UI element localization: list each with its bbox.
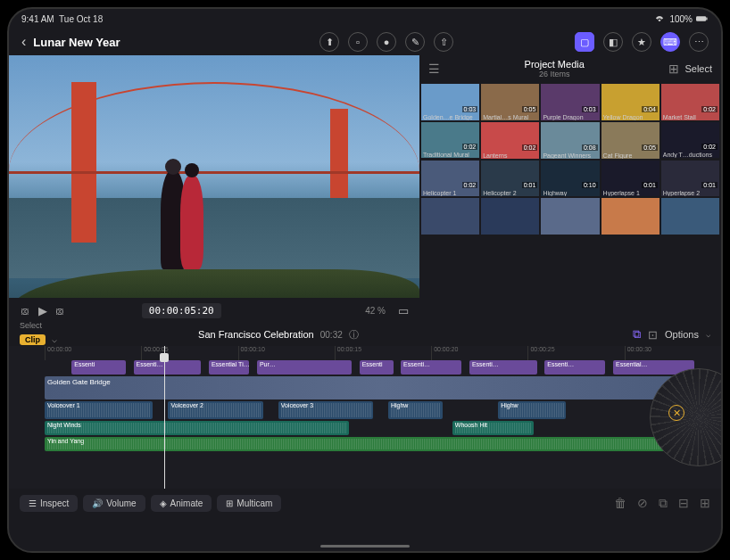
media-title: Project Media <box>440 59 668 70</box>
snap-icon[interactable]: ⊡ <box>648 328 658 342</box>
clip-badge[interactable]: Clip <box>20 334 46 345</box>
timeline[interactable]: 00:00:0000:00:0500:00:1000:00:1500:00:20… <box>9 346 721 489</box>
title-clip[interactable]: Essenti… <box>469 360 537 375</box>
link-icon[interactable]: ⧉ <box>633 327 641 342</box>
media-item[interactable]: 0:08 Pageant Winners <box>541 122 599 159</box>
copy-icon[interactable]: ⧉ <box>659 496 668 511</box>
media-item[interactable]: 0:02 Andy T…ductions <box>661 122 719 159</box>
voiceover-clip[interactable]: Highw <box>498 401 566 419</box>
app-header: ‹ Lunar New Year ⬆ ▫ ● ✎ ⇧ ▢ ◧ ★ ⌨ ⋯ <box>9 29 721 55</box>
audio-track-2[interactable]: Yin and Yang <box>45 437 721 451</box>
media-item[interactable]: 0:05 Martial…s Mural <box>481 84 539 120</box>
keyboard-icon[interactable]: ⌨ <box>660 32 680 52</box>
title-clip[interactable]: Pur… <box>257 360 352 375</box>
voiceover-clip[interactable]: Voiceover 3 <box>278 401 373 419</box>
status-bar: 9:41 AM Tue Oct 18 100% <box>9 9 721 29</box>
media-item[interactable]: 0:01 Hyperlapse 1 <box>601 161 659 197</box>
info-icon[interactable]: ⓘ <box>349 329 359 340</box>
video-clip[interactable]: Golden Gate Bridge <box>45 376 721 399</box>
media-item[interactable] <box>601 198 659 235</box>
next-frame-button[interactable]: ⦻ <box>54 304 66 317</box>
title-clip[interactable]: Essenti… <box>401 360 461 375</box>
sfx-clip[interactable]: Night Winds <box>45 421 349 435</box>
media-menu-icon[interactable]: ☰ <box>428 62 440 76</box>
music-clip[interactable]: Yin and Yang <box>45 437 721 451</box>
media-item[interactable]: 0:02 Market Stall <box>661 84 719 120</box>
title-clip[interactable]: Essential Ti… <box>209 360 249 375</box>
viewer[interactable]: ⦻ ▶ ⦻ 00:00:05:20 42 % ▭ <box>9 55 419 323</box>
markup-icon[interactable]: ✎ <box>405 32 425 52</box>
timeline-ruler[interactable]: 00:00:0000:00:0500:00:1000:00:1500:00:20… <box>9 346 721 360</box>
check-icon[interactable]: ⊘ <box>637 496 648 510</box>
titles-track[interactable]: EssentiEssenti…Essential Ti…Pur…EssentiE… <box>45 360 721 375</box>
audio-track-1[interactable]: Night WindsWhoosh Hit <box>45 421 721 435</box>
sfx-clip[interactable]: Whoosh Hit <box>452 421 534 435</box>
svg-rect-0 <box>696 16 706 21</box>
title-clip[interactable]: Essenti… <box>544 360 605 375</box>
media-grid: 0:03 Golden…e Bridge 0:05 Martial…s Mura… <box>419 82 721 236</box>
media-item[interactable]: 0:10 Highway <box>541 161 599 197</box>
transport-bar: ⦻ ▶ ⦻ 00:00:05:20 42 % ▭ <box>9 298 419 323</box>
media-item[interactable]: 0:02 Lanterns <box>481 122 539 159</box>
fullscreen-button[interactable]: ▭ <box>398 304 409 317</box>
media-item[interactable]: 0:01 Helicopter 2 <box>481 161 539 197</box>
media-item[interactable] <box>421 198 479 235</box>
trash-icon[interactable]: 🗑 <box>614 496 626 510</box>
options-button[interactable]: Options <box>665 329 699 340</box>
media-item[interactable]: 0:02 Helicopter 1 <box>421 161 479 197</box>
title-clip[interactable]: Essenti <box>360 360 394 375</box>
voiceover-clip[interactable]: Highw <box>388 401 443 419</box>
svg-rect-1 <box>706 18 707 21</box>
prev-frame-button[interactable]: ⦻ <box>20 304 31 317</box>
status-date: Tue Oct 18 <box>59 14 103 24</box>
battery-pct: 100% <box>669 14 693 24</box>
timecode[interactable]: 00:00:05:20 <box>142 303 221 318</box>
star-icon[interactable]: ★ <box>632 32 651 52</box>
jog-close-button[interactable]: ✕ <box>668 405 684 421</box>
title-clip[interactable]: Essenti <box>71 360 126 375</box>
media-item[interactable] <box>541 198 599 235</box>
playhead[interactable] <box>164 346 165 489</box>
media-item[interactable]: 0:03 Purple Dragon <box>541 84 599 120</box>
media-grid-icon[interactable]: ⊞ <box>668 62 679 76</box>
media-item[interactable]: 0:01 Hyperlapse 2 <box>661 161 719 197</box>
media-item[interactable] <box>481 198 539 235</box>
media-panel: ☰ Project Media 26 Items ⊞ Select 0:03 G… <box>419 55 721 323</box>
voiceover-clip[interactable]: Voiceover 2 <box>168 401 262 419</box>
battery-icon <box>696 14 709 23</box>
back-button[interactable]: ‹ <box>21 34 26 50</box>
mic-icon[interactable]: ● <box>377 32 396 52</box>
photos-icon[interactable]: ▢ <box>575 32 594 52</box>
volume-button[interactable]: 🔊Volume <box>83 495 145 512</box>
play-button[interactable]: ▶ <box>38 304 47 317</box>
camera-icon[interactable]: ▫ <box>348 32 368 52</box>
video-track[interactable]: Golden Gate Bridge <box>45 376 721 399</box>
export-icon[interactable]: ⇧ <box>434 32 453 52</box>
media-item[interactable]: 0:04 Yellow Dragon <box>601 84 659 120</box>
media-item[interactable]: 0:05 Cat Figure <box>601 122 659 159</box>
share-icon[interactable]: ⬆ <box>319 32 339 52</box>
timeline-header: Select Clip ⌵ San Francisco Celebration … <box>9 323 721 346</box>
home-indicator[interactable] <box>320 545 410 548</box>
animate-button[interactable]: ◈Animate <box>151 495 212 512</box>
timeline-select-label: Select <box>20 321 42 330</box>
options-chevron-icon[interactable]: ⌵ <box>706 330 710 339</box>
media-item[interactable]: 0:02 Traditional Mural <box>421 122 479 159</box>
clip-dropdown-icon[interactable]: ⌵ <box>52 334 57 344</box>
media-item[interactable] <box>661 198 719 235</box>
add-icon[interactable]: ⊞ <box>700 496 710 510</box>
media-count: 26 Items <box>440 70 668 78</box>
media-item[interactable]: 0:03 Golden…e Bridge <box>421 84 479 120</box>
status-time: 9:41 AM <box>21 14 54 24</box>
inspect-button[interactable]: ☰Inspect <box>20 495 78 512</box>
media-select-button[interactable]: Select <box>684 63 712 74</box>
multicam-button[interactable]: ⊞Multicam <box>217 495 281 512</box>
title-clip[interactable]: Essenti… <box>134 360 202 375</box>
voiceover-track[interactable]: Voiceover 1Voiceover 2Voiceover 3HighwHi… <box>45 401 721 419</box>
more-icon[interactable]: ⋯ <box>689 32 709 52</box>
sidebar-icon[interactable]: ◧ <box>603 32 623 52</box>
split-icon[interactable]: ⊟ <box>678 496 689 510</box>
project-title: Lunar New Year <box>33 36 312 49</box>
zoom-percent[interactable]: 42 % <box>365 306 386 316</box>
voiceover-clip[interactable]: Voiceover 1 <box>45 401 153 419</box>
